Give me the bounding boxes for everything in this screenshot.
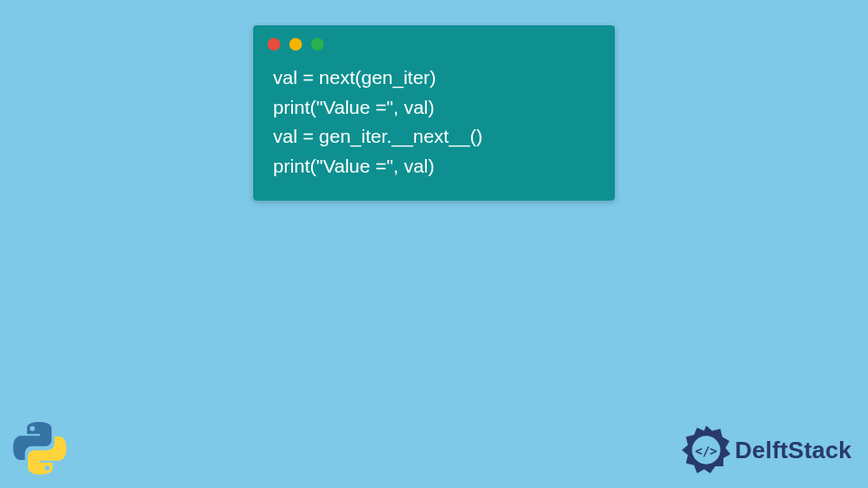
svg-text:</>: </> bbox=[695, 445, 717, 458]
code-line: print("Value =", val) bbox=[273, 152, 595, 182]
delftstack-logo-icon: </> bbox=[681, 425, 731, 475]
code-line: val = next(gen_iter) bbox=[273, 63, 595, 93]
code-line: print("Value =", val) bbox=[273, 93, 595, 123]
minimize-icon bbox=[289, 38, 302, 51]
close-icon bbox=[268, 38, 280, 51]
code-line: val = gen_iter.__next__() bbox=[273, 122, 595, 152]
code-body: val = next(gen_iter) print("Value =", va… bbox=[253, 58, 615, 184]
python-logo-icon bbox=[13, 421, 67, 475]
delftstack-label: DelftStack bbox=[735, 436, 852, 465]
window-titlebar bbox=[253, 25, 615, 58]
code-window: val = next(gen_iter) print("Value =", va… bbox=[253, 25, 615, 201]
delftstack-brand: </> DelftStack bbox=[681, 425, 852, 475]
maximize-icon bbox=[311, 38, 324, 51]
